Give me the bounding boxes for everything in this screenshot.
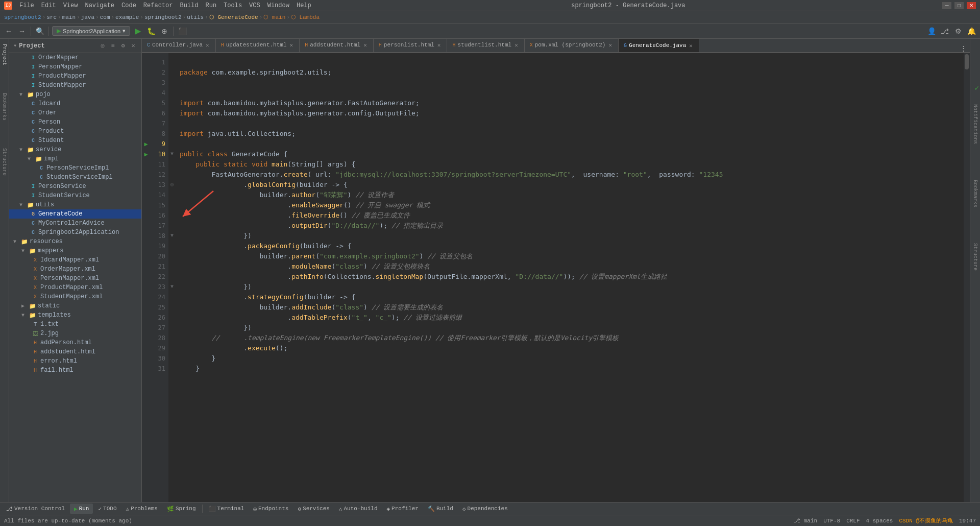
list-item[interactable]: H addPerson.html <box>9 338 141 347</box>
menu-code[interactable]: Code <box>118 1 139 10</box>
scrollbar-track[interactable] <box>964 53 970 502</box>
list-item[interactable]: I ProductMapper <box>9 71 141 81</box>
list-item[interactable]: C MyControllerAdvice <box>9 219 141 228</box>
list-item[interactable]: ▼ 📁 templates <box>9 310 141 320</box>
list-item[interactable]: G GenerateCode <box>9 209 141 219</box>
menu-edit[interactable]: Edit <box>38 1 59 10</box>
status-branch[interactable]: ⎇ main <box>794 517 817 524</box>
profile-button[interactable]: 👤 <box>926 26 937 37</box>
minimize-button[interactable]: ─ <box>942 2 951 9</box>
tab-more-button[interactable]: ⋮ <box>957 44 970 52</box>
tab-close-icon[interactable]: ✕ <box>607 42 613 49</box>
list-item[interactable]: C Person <box>9 117 141 127</box>
tab-close-icon[interactable]: ✕ <box>513 42 519 49</box>
run-gutter-10[interactable]: ▶ <box>142 149 150 159</box>
version-control-button[interactable]: ⎇ Version Control <box>2 504 69 514</box>
list-item[interactable]: I StudentMapper <box>9 81 141 90</box>
list-item[interactable]: C Idcard <box>9 99 141 108</box>
back-button[interactable]: ← <box>3 26 14 37</box>
tab-generatecode[interactable]: G GenerateCode.java ✕ <box>619 39 699 52</box>
todo-button[interactable]: ✓ TODO <box>94 504 120 514</box>
list-item[interactable]: X StudentMapper.xml <box>9 292 141 301</box>
list-item[interactable]: X IdcardMapper.xml <box>9 255 141 265</box>
problems-button[interactable]: ⚠ Problems <box>122 504 162 514</box>
breadcrumb-example[interactable]: example <box>115 14 139 20</box>
breadcrumb-src[interactable]: src <box>46 14 57 20</box>
list-item[interactable]: C Order <box>9 108 141 117</box>
run-bottom-button[interactable]: ▶ Run <box>70 504 93 514</box>
debug-button[interactable]: 🐛 <box>145 26 157 37</box>
list-item[interactable]: I PersonMapper <box>9 62 141 71</box>
list-item[interactable]: ▶ 📁 static <box>9 301 141 310</box>
list-item[interactable]: H addstudent.html <box>9 347 141 356</box>
auto-build-button[interactable]: △ Auto-build <box>335 504 382 514</box>
menu-refactor[interactable]: Refactor <box>140 1 176 10</box>
terminal-button[interactable]: ⬛ Terminal <box>205 504 249 514</box>
sidebar-close-icon[interactable]: ✕ <box>129 42 137 50</box>
coverage-button[interactable]: ⊕ <box>159 26 170 37</box>
list-item[interactable]: C Springboot2Application <box>9 228 141 237</box>
git-button[interactable]: ⎇ <box>939 26 950 37</box>
list-item[interactable]: C Student <box>9 136 141 145</box>
list-item[interactable]: C StudentServiceImpl <box>9 173 141 182</box>
menu-run[interactable]: Run <box>202 1 219 10</box>
tab-addstudent[interactable]: H addstudent.html ✕ <box>300 39 374 52</box>
tab-close-icon[interactable]: ✕ <box>205 42 210 49</box>
breadcrumb-utils[interactable]: utils <box>187 14 204 20</box>
list-item[interactable]: ▼ 📁 mappers <box>9 246 141 255</box>
maximize-button[interactable]: □ <box>954 2 964 9</box>
tab-personlist[interactable]: H personlist.html ✕ <box>374 39 448 52</box>
list-item[interactable]: ▼ 📁 resources <box>9 237 141 246</box>
run-gutter-9[interactable]: ▶ <box>142 139 150 149</box>
status-spaces[interactable]: 4 spaces <box>866 518 893 524</box>
list-item[interactable]: C Product <box>9 127 141 136</box>
fold-18[interactable]: ▼ <box>168 231 176 241</box>
list-item[interactable]: 🖼 2.jpg <box>9 329 141 338</box>
list-item[interactable]: H fail.html <box>9 366 141 375</box>
list-item[interactable]: T 1.txt <box>9 320 141 329</box>
build-button[interactable]: 🔨 Build <box>424 504 457 514</box>
tab-close-icon[interactable]: ✕ <box>362 42 368 49</box>
search-everywhere-button[interactable]: 🔍 <box>34 26 45 37</box>
menu-view[interactable]: View <box>60 1 81 10</box>
breadcrumb-springboot2[interactable]: springboot2 <box>4 14 41 20</box>
notifications-tab[interactable]: Notifications <box>971 102 979 146</box>
dependencies-button[interactable]: ◇ Dependencies <box>458 504 512 514</box>
notifications-button[interactable]: 🔔 <box>966 26 977 37</box>
menu-vcs[interactable]: VCS <box>246 1 263 10</box>
list-item[interactable]: X OrderMapper.xml <box>9 265 141 274</box>
tab-close-icon[interactable]: ✕ <box>688 42 694 49</box>
breadcrumb-java[interactable]: java <box>81 14 94 20</box>
menu-help[interactable]: Help <box>293 1 314 10</box>
status-encoding[interactable]: UTF-8 <box>823 518 840 524</box>
menu-file[interactable]: File <box>16 1 37 10</box>
breadcrumb-main-method[interactable]: ⬡ main <box>263 14 285 20</box>
tab-studentlist[interactable]: H studentlist.html ✕ <box>447 39 524 52</box>
breadcrumb-generatecode[interactable]: ⬡ GenerateCode <box>209 14 258 20</box>
list-item[interactable]: H error.html <box>9 356 141 366</box>
services-button[interactable]: ⚙ Services <box>293 504 333 514</box>
scrollbar-thumb[interactable] <box>965 54 969 69</box>
list-item[interactable]: I StudentService <box>9 191 141 200</box>
menu-build[interactable]: Build <box>177 1 201 10</box>
bookmarks-tab[interactable]: Bookmarks <box>971 178 979 209</box>
list-item[interactable]: C PersonServiceImpl <box>9 163 141 173</box>
close-button[interactable]: ✕ <box>967 2 976 9</box>
run-debug-config[interactable]: ▶ Springboot2Application ▾ <box>52 26 130 36</box>
list-item[interactable]: ▼ 📁 impl <box>9 154 141 163</box>
fold-13[interactable]: ◎ <box>168 180 176 190</box>
endpoints-button[interactable]: ◎ Endpoints <box>249 504 292 514</box>
menu-tools[interactable]: Tools <box>220 1 245 10</box>
code-editor[interactable]: package com.example.springboot2.utils; i… <box>176 53 964 502</box>
forward-button[interactable]: → <box>16 26 28 37</box>
tab-updatestudent[interactable]: H updatestudent.html ✕ <box>216 39 300 52</box>
breadcrumb-lambda[interactable]: ⬡ Lambda <box>291 14 320 20</box>
list-item[interactable]: I PersonService <box>9 182 141 191</box>
list-item[interactable]: ▼ 📁 pojo <box>9 90 141 99</box>
run-button[interactable]: ▶ <box>132 26 143 37</box>
locate-icon[interactable]: ◎ <box>99 42 107 50</box>
menu-window[interactable]: Window <box>264 1 292 10</box>
breadcrumb-main[interactable]: main <box>62 14 76 20</box>
tab-controller[interactable]: C Controller.java ✕ <box>142 39 216 52</box>
menu-navigate[interactable]: Navigate <box>82 1 117 10</box>
